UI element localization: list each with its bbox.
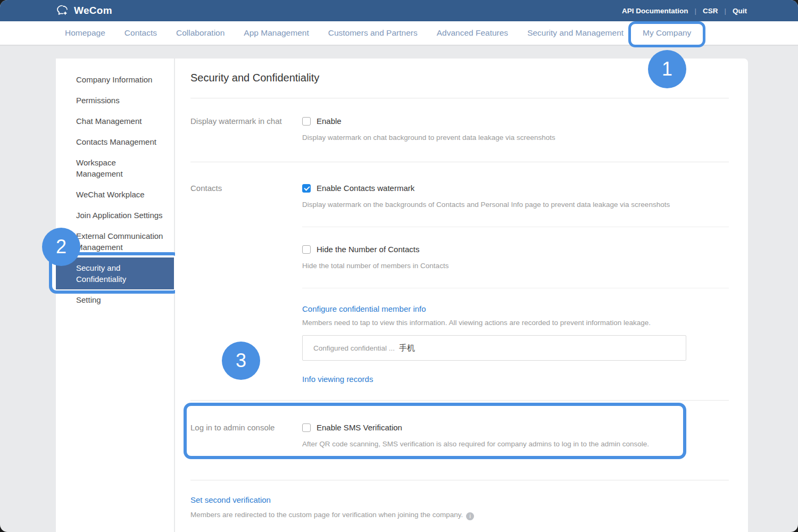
checkbox-label[interactable]: Enable Contacts watermark — [317, 184, 414, 193]
csr-link[interactable]: CSR — [703, 7, 718, 15]
sidebar-item-contacts-management[interactable]: Contacts Management — [56, 131, 174, 152]
selected-item-background — [56, 257, 174, 289]
sidebar-item-chat-management[interactable]: Chat Management — [56, 111, 174, 131]
main-navbar: Homepage Contacts Collaboration App Mana… — [0, 21, 798, 46]
tab-security-and-management[interactable]: Security and Management — [527, 28, 624, 38]
tab-advanced-features[interactable]: Advanced Features — [437, 28, 508, 38]
tab-customers-and-partners[interactable]: Customers and Partners — [328, 28, 418, 38]
info-viewing-records-link[interactable]: Info viewing records — [302, 375, 373, 384]
info-icon[interactable] — [466, 512, 474, 520]
quit-link[interactable]: Quit — [733, 7, 747, 15]
configured-confidential-box[interactable]: Configured confidential ... 手机 — [302, 335, 686, 361]
separator: | — [694, 7, 696, 15]
sidebar-item-setting[interactable]: Setting — [56, 289, 174, 310]
settings-sidebar: Company Information Permissions Chat Man… — [56, 59, 174, 532]
row-description: Hide the total number of members in Cont… — [302, 261, 729, 271]
sidebar-item-permissions[interactable]: Permissions — [56, 90, 174, 111]
row-description: Display watermark on the backgrounds of … — [302, 200, 729, 210]
settings-content: Security and Confidentiality Display wat… — [175, 59, 748, 532]
enable-sms-verification-checkbox[interactable] — [302, 423, 311, 432]
configure-confidential-member-info-link[interactable]: Configure confidential member info — [302, 304, 426, 313]
separator: | — [724, 7, 726, 15]
checkbox-label[interactable]: Enable — [317, 117, 342, 126]
annotation-step-1-badge: 1 — [648, 50, 686, 88]
set-second-verification-link[interactable]: Set second verification — [190, 495, 271, 504]
sidebar-item-workspace-management[interactable]: Workspace Management — [56, 152, 174, 184]
row-description: Members need to tap to view this informa… — [302, 318, 729, 328]
brand-name: WeCom — [74, 5, 112, 16]
checkbox-label[interactable]: Hide the Number of Contacts — [317, 245, 419, 254]
api-documentation-link[interactable]: API Documentation — [622, 7, 688, 15]
sidebar-item-security-and-confidentiality[interactable]: Security and Confidentiality — [56, 257, 174, 289]
sidebar-item-wechat-workplace[interactable]: WeChat Workplace — [56, 184, 174, 205]
enable-chat-watermark-checkbox[interactable] — [302, 117, 311, 126]
sidebar-item-company-information[interactable]: Company Information — [56, 69, 174, 90]
sub-divider — [302, 288, 729, 288]
row-set-second-verification: Set second verification Members are redi… — [190, 480, 729, 520]
wecom-admin-page: WeCom API Documentation | CSR | Quit Hom… — [0, 0, 798, 532]
row-label: Log in to admin console — [190, 423, 302, 449]
tab-collaboration[interactable]: Collaboration — [176, 28, 225, 38]
hide-number-of-contacts-checkbox[interactable] — [302, 245, 311, 254]
checkbox-label[interactable]: Enable SMS Verification — [317, 423, 402, 432]
row-description: Display watermark on chat background to … — [302, 133, 729, 143]
sub-divider — [302, 227, 729, 227]
enable-contacts-watermark-checkbox[interactable] — [302, 184, 311, 193]
configured-confidential-label: Configured confidential ... — [313, 344, 395, 352]
topbar-links: API Documentation | CSR | Quit — [622, 7, 747, 15]
row-login-admin-console: Log in to admin console Enable SMS Verif… — [190, 401, 729, 466]
tab-my-company[interactable]: My Company — [643, 28, 691, 38]
brand: WeCom — [55, 4, 112, 18]
configured-confidential-value: 手机 — [399, 343, 415, 353]
row-label: Display watermark in chat — [190, 117, 302, 143]
annotation-step-3-badge: 3 — [222, 342, 260, 380]
tab-homepage[interactable]: Homepage — [65, 28, 105, 38]
row-contacts: Contacts Enable Contacts watermark Displ… — [190, 162, 729, 384]
sidebar-item-join-application-settings[interactable]: Join Application Settings — [56, 205, 174, 226]
row-description: Members are redirected to the custom pag… — [190, 510, 729, 520]
row-description: After QR code scanning, SMS verification… — [302, 439, 729, 449]
row-display-watermark-in-chat: Display watermark in chat Enable Display… — [190, 98, 729, 143]
topbar: WeCom API Documentation | CSR | Quit — [0, 0, 798, 21]
tab-app-management[interactable]: App Management — [244, 28, 309, 38]
wecom-logo-icon — [55, 4, 69, 18]
tab-contacts[interactable]: Contacts — [124, 28, 157, 38]
annotation-step-2-badge: 2 — [42, 228, 80, 266]
